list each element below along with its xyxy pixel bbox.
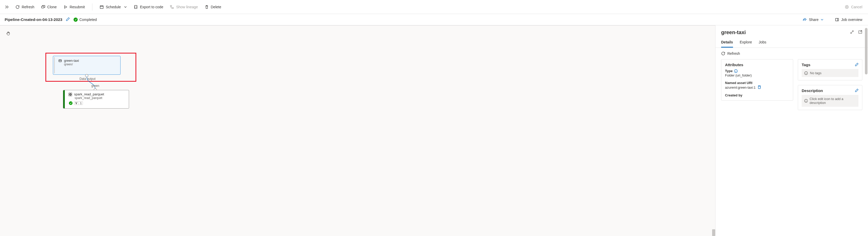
component-icon [68, 93, 72, 96]
toolbar: Refresh Clone Resubmit Schedule Export t… [0, 0, 868, 14]
pencil-icon [855, 88, 859, 92]
node-subtitle: spark_read_parquet [68, 96, 126, 100]
svg-rect-14 [758, 86, 761, 89]
right-cards-col: Tags No tags Description [798, 59, 862, 110]
code-file-icon [134, 5, 138, 9]
overview-label: Job overview [841, 18, 862, 22]
panel-icon [835, 18, 839, 22]
edit-description-button[interactable] [855, 88, 859, 93]
popout-icon [858, 30, 862, 34]
uri-value: azureml:green-taxi:1 [725, 85, 756, 89]
clone-icon [41, 5, 45, 9]
check-icon [70, 102, 72, 104]
job-overview-button[interactable]: Job overview [835, 18, 862, 22]
svg-rect-9 [71, 93, 72, 94]
uri-value-row: azureml:green-taxi:1 [725, 85, 789, 90]
clone-label: Clone [47, 5, 57, 9]
calendar-icon [100, 5, 104, 9]
refresh-icon [721, 51, 725, 56]
edit-name-button[interactable] [66, 17, 70, 22]
popout-button[interactable] [858, 30, 862, 35]
description-empty-text: Click edit icon to add a description [810, 97, 856, 105]
chevron-down-icon [124, 5, 127, 8]
node-accent [54, 57, 55, 73]
check-icon [74, 18, 77, 21]
cancel-icon [845, 5, 849, 9]
tab-details[interactable]: Details [721, 37, 733, 48]
expand-panel-button[interactable] [850, 30, 854, 35]
status-dot [69, 101, 72, 105]
share-button[interactable]: Share [803, 18, 824, 22]
createdby-label: Created by [725, 93, 789, 97]
export-button[interactable]: Export to code [134, 5, 163, 9]
version-chip: V | 1 [74, 101, 83, 105]
lineage-icon [170, 5, 174, 9]
cancel-button: Cancel [845, 5, 862, 9]
node-spark-read-parquet[interactable]: spark_read_parquet spark_read_parquet V … [63, 90, 129, 109]
trash-icon [205, 5, 209, 9]
pipeline-header: Pipeline-Created-on-04-13-2023 Completed… [0, 14, 868, 25]
description-empty: Click edit icon to add a description [802, 95, 859, 107]
lineage-label: Show lineage [176, 5, 198, 9]
hand-icon [6, 31, 11, 36]
expand-diagonal-icon [850, 30, 854, 34]
delete-label: Delete [211, 5, 221, 9]
svg-rect-11 [71, 95, 72, 96]
chevrons-right-icon [5, 5, 9, 9]
expand-button[interactable] [5, 5, 9, 9]
copy-icon [757, 85, 761, 89]
pipeline-canvas[interactable]: green-taxi qreen/ Data output green spar… [0, 25, 715, 236]
edit-tags-button[interactable] [855, 62, 859, 67]
info-icon[interactable] [734, 69, 738, 73]
panel-refresh-button[interactable]: Refresh [715, 48, 868, 59]
tags-empty-text: No tags [810, 71, 822, 75]
tags-heading-row: Tags [802, 62, 859, 67]
delete-button[interactable]: Delete [205, 5, 221, 9]
clone-button[interactable]: Clone [41, 5, 57, 9]
canvas-scrollbar[interactable] [712, 229, 715, 236]
cards-row: Attributes Type Folder (uri_folder) Name… [715, 59, 868, 110]
pencil-icon [855, 62, 859, 66]
svg-rect-8 [69, 93, 70, 94]
pan-tool-button[interactable] [6, 31, 11, 37]
tags-empty: No tags [802, 69, 859, 77]
node-title: spark_read_parquet [74, 92, 104, 96]
refresh-icon [16, 5, 20, 9]
node-title: green-taxi [64, 59, 79, 62]
svg-rect-6 [835, 18, 839, 21]
refresh-label: Refresh [22, 5, 34, 9]
schedule-button[interactable]: Schedule [100, 5, 127, 9]
v-label: V [75, 102, 77, 105]
info-icon [804, 99, 808, 103]
play-icon [63, 5, 68, 9]
copy-uri-button[interactable] [757, 85, 761, 90]
v-value: 1 [80, 102, 82, 105]
panel-scrollbar[interactable] [865, 28, 867, 74]
output-label: Data output [80, 77, 95, 81]
app-root: Refresh Clone Resubmit Schedule Export t… [0, 0, 868, 236]
type-value: Folder (uri_folder) [725, 73, 789, 77]
main: green-taxi qreen/ Data output green spar… [0, 25, 868, 236]
tab-jobs[interactable]: Jobs [758, 37, 766, 48]
tab-explore[interactable]: Explore [740, 37, 752, 48]
svg-rect-7 [59, 60, 61, 62]
node-green-taxi[interactable]: green-taxi qreen/ [53, 56, 121, 75]
panel-header: green-taxi [715, 25, 868, 37]
edge-label: green [91, 84, 99, 88]
node-title-row: green-taxi [57, 59, 117, 62]
node-title-row: spark_read_parquet [68, 92, 126, 96]
tags-card: Tags No tags [798, 59, 862, 80]
pencil-icon [66, 17, 70, 21]
resubmit-button[interactable]: Resubmit [63, 5, 85, 9]
description-card: Description Click edit icon to add a des… [798, 85, 862, 110]
schedule-label: Schedule [106, 5, 121, 9]
pipeline-name: Pipeline-Created-on-04-13-2023 [5, 17, 62, 22]
type-label-text: Type [725, 69, 733, 73]
svg-rect-3 [170, 5, 172, 6]
status-dot [73, 18, 78, 22]
info-icon [804, 71, 808, 75]
panel-title: green-taxi [721, 29, 850, 35]
tags-heading: Tags [802, 62, 810, 67]
refresh-button[interactable]: Refresh [16, 5, 34, 9]
divider [92, 3, 92, 10]
